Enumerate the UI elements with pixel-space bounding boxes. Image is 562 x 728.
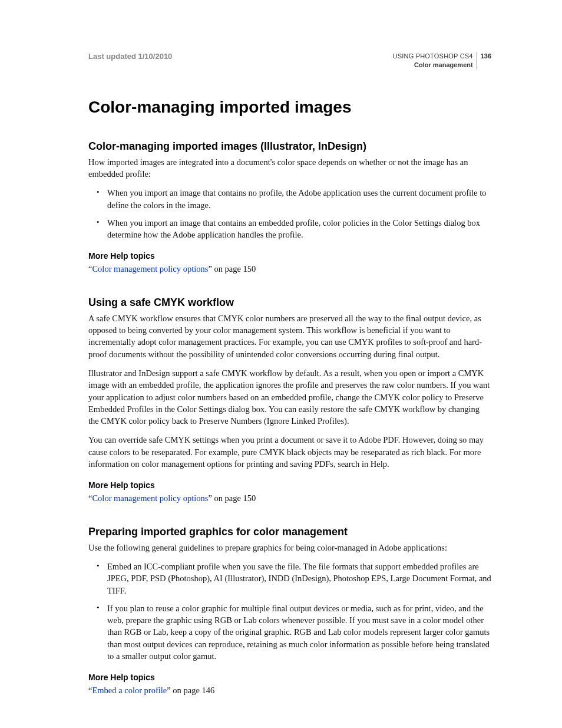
body-paragraph: Illustrator and InDesign support a safe … bbox=[88, 367, 491, 427]
help-topic-line: Embed a color profile on page 146 bbox=[88, 684, 491, 696]
section-heading: Using a safe CMYK workflow bbox=[88, 297, 491, 309]
section-heading: Color-managing imported images (Illustra… bbox=[88, 140, 491, 153]
help-topic-line: Color management policy options on page … bbox=[88, 263, 491, 275]
help-link[interactable]: Color management policy options bbox=[92, 264, 208, 274]
help-suffix: on page 150 bbox=[212, 493, 256, 503]
page-number: 136 bbox=[477, 52, 491, 61]
bullet-list: Embed an ICC-compliant profile when you … bbox=[88, 561, 491, 662]
help-topic-line: Color management policy options on page … bbox=[88, 492, 491, 504]
body-paragraph: A safe CMYK workflow ensures that CMYK c… bbox=[88, 312, 491, 360]
last-updated: Last updated 1/10/2010 bbox=[88, 52, 172, 61]
help-suffix: on page 150 bbox=[212, 264, 256, 274]
more-help-heading: More Help topics bbox=[88, 673, 491, 682]
body-paragraph: Use the following general guidelines to … bbox=[88, 542, 491, 554]
page-header: Last updated 1/10/2010 USING PHOTOSHOP C… bbox=[88, 52, 491, 70]
header-right-text: USING PHOTOSHOP CS4 Color management bbox=[393, 52, 477, 70]
list-item: Embed an ICC-compliant profile when you … bbox=[99, 561, 491, 597]
more-help-heading: More Help topics bbox=[88, 480, 491, 490]
header-product: USING PHOTOSHOP CS4 bbox=[393, 52, 473, 61]
header-right: USING PHOTOSHOP CS4 Color management 136 bbox=[393, 52, 491, 70]
body-paragraph: How imported images are integrated into … bbox=[88, 156, 491, 180]
list-item: When you import an image that contains a… bbox=[99, 217, 491, 241]
list-item: When you import an image that contains n… bbox=[99, 187, 491, 211]
section-importing: Color-managing imported images (Illustra… bbox=[88, 140, 491, 275]
bullet-list: When you import an image that contains n… bbox=[88, 187, 491, 241]
section-preparing: Preparing imported graphics for color ma… bbox=[88, 526, 491, 697]
list-item: If you plan to reuse a color graphic for… bbox=[99, 602, 491, 662]
help-link[interactable]: Color management policy options bbox=[92, 493, 208, 503]
help-suffix: on page 146 bbox=[171, 686, 215, 695]
page-title: Color-managing imported images bbox=[88, 98, 491, 117]
body-paragraph: You can override safe CMYK settings when… bbox=[88, 434, 491, 470]
more-help-heading: More Help topics bbox=[88, 251, 491, 261]
section-heading: Preparing imported graphics for color ma… bbox=[88, 526, 491, 538]
document-page: Last updated 1/10/2010 USING PHOTOSHOP C… bbox=[0, 0, 562, 728]
help-link[interactable]: Embed a color profile bbox=[92, 686, 167, 695]
section-safe-cmyk: Using a safe CMYK workflow A safe CMYK w… bbox=[88, 297, 491, 505]
header-chapter: Color management bbox=[393, 61, 473, 70]
